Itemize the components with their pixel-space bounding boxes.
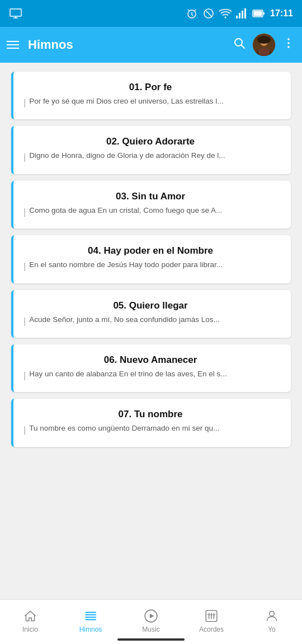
hymn-preview-3: | Como gota de agua En un cristal, Como … [23, 206, 277, 218]
search-button[interactable] [233, 36, 246, 53]
nav-item-acordes[interactable]: Acordes [181, 609, 242, 633]
hymn-text-1: Por fe yo sé que mi Dios creo el univers… [29, 96, 223, 107]
svg-rect-11 [254, 11, 262, 16]
hymn-title-5: 05. Quiero llegar [23, 300, 277, 311]
nav-label-inicio: Inicio [22, 626, 38, 633]
menu-line-1 [7, 41, 19, 42]
hymn-title-7: 07. Tu nombre [23, 409, 277, 420]
nav-label-yo: Yo [268, 626, 276, 633]
hymn-bar-5: | [23, 315, 26, 328]
svg-rect-8 [244, 8, 246, 18]
avatar[interactable] [253, 34, 275, 56]
svg-point-17 [258, 47, 270, 56]
avatar-svg [253, 34, 275, 56]
person-icon [265, 609, 279, 623]
svg-rect-7 [242, 11, 243, 18]
svg-point-34 [270, 611, 275, 616]
gesture-bar [117, 638, 185, 641]
hymn-text-7: Tu nombre es como ungüento Derramado en … [29, 423, 219, 434]
hymn-preview-6: | Hay un canto de alabanza En el trino d… [23, 369, 277, 382]
hymn-bar-1: | [23, 97, 26, 109]
nav-item-himnos[interactable]: Himnos [60, 609, 121, 633]
search-icon [233, 36, 246, 50]
svg-point-21 [287, 42, 290, 44]
bottom-nav: Inicio Himnos Music Acordes [0, 599, 302, 644]
battery-icon [252, 7, 266, 20]
hymn-card-4[interactable]: 04. Hay poder en el Nombre | En el santo… [11, 235, 291, 283]
svg-line-3 [205, 10, 212, 17]
status-bar-left [9, 7, 22, 20]
screen-icon [9, 7, 22, 20]
svg-rect-0 [10, 9, 21, 16]
hymn-text-3: Como gota de agua En un cristal, Como fu… [29, 206, 222, 216]
time-display: 17:11 [270, 8, 293, 18]
app-title: Himnos [28, 38, 233, 52]
hymn-bar-7: | [23, 424, 26, 436]
hymn-card-7[interactable]: 07. Tu nombre | Tu nombre es como ungüen… [11, 399, 291, 446]
hymn-title-6: 06. Nuevo Amanecer [23, 354, 277, 366]
svg-rect-19 [257, 36, 271, 44]
block-icon [202, 7, 215, 20]
music-icon [144, 609, 158, 623]
menu-button[interactable] [7, 41, 19, 49]
more-icon [282, 36, 295, 50]
hymn-preview-4: | En el santo nombre de Jesús Hay todo p… [23, 260, 277, 273]
hymn-card-5[interactable]: 05. Quiero llegar | Acude Señor, junto a… [11, 290, 291, 338]
svg-marker-28 [150, 613, 154, 618]
home-icon [23, 609, 37, 623]
wifi-icon [219, 7, 232, 20]
avatar-image [253, 34, 275, 56]
menu-line-3 [7, 48, 19, 49]
svg-rect-5 [236, 16, 238, 18]
status-bar-right: 17:11 [185, 7, 293, 20]
svg-rect-6 [239, 13, 240, 18]
signal-icon [235, 7, 249, 20]
hymn-text-5: Acude Señor, junto a mí, No sea confundi… [29, 315, 220, 325]
hymn-preview-1: | Por fe yo sé que mi Dios creo el unive… [23, 96, 277, 109]
nav-item-music[interactable]: Music [121, 609, 181, 633]
more-button[interactable] [282, 36, 295, 53]
svg-point-4 [225, 17, 226, 18]
hymn-card-6[interactable]: 06. Nuevo Amanecer | Hay un canto de ala… [11, 344, 291, 392]
hymn-text-4: En el santo nombre de Jesús Hay todo pod… [29, 260, 223, 270]
hymn-bar-6: | [23, 370, 26, 382]
app-bar: Himnos [0, 27, 302, 63]
hymn-preview-5: | Acude Señor, junto a mí, No sea confun… [23, 315, 277, 328]
nav-label-acordes: Acordes [199, 626, 224, 633]
svg-line-13 [242, 45, 245, 49]
menu-line-2 [7, 44, 19, 45]
hymn-preview-7: | Tu nombre es como ungüento Derramado e… [23, 423, 277, 436]
svg-point-20 [287, 38, 290, 40]
hymn-bar-3: | [23, 206, 26, 218]
hymn-title-3: 03. Sin tu Amor [23, 191, 277, 202]
acordes-icon [204, 609, 219, 623]
nav-item-yo[interactable]: Yo [242, 609, 302, 633]
hymn-card-3[interactable]: 03. Sin tu Amor | Como gota de agua En u… [11, 181, 291, 228]
hymn-title-2: 02. Quiero Adorarte [23, 136, 277, 147]
nav-label-himnos: Himnos [79, 626, 102, 633]
hymn-title-4: 04. Hay poder en el Nombre [23, 245, 277, 256]
hymn-bar-2: | [23, 151, 26, 164]
app-bar-actions [233, 34, 295, 56]
svg-point-22 [287, 46, 290, 48]
alarm-icon [185, 7, 199, 20]
hymn-list: 01. Por fe | Por fe yo sé que mi Dios cr… [0, 63, 302, 599]
hymn-text-2: Digno de Honra, digno de Gloria y de ado… [29, 151, 225, 161]
hymn-card-1[interactable]: 01. Por fe | Por fe yo sé que mi Dios cr… [11, 72, 291, 119]
nav-label-music: Music [142, 626, 159, 633]
hymn-title-1: 01. Por fe [23, 82, 277, 93]
hymn-card-2[interactable]: 02. Quiero Adorarte | Digno de Honra, di… [11, 126, 291, 174]
nav-item-inicio[interactable]: Inicio [0, 609, 60, 633]
hymn-preview-2: | Digno de Honra, digno de Gloria y de a… [23, 151, 277, 164]
hymn-text-6: Hay un canto de alabanza En el trino de … [29, 369, 226, 380]
svg-rect-10 [263, 12, 265, 15]
hymn-bar-4: | [23, 260, 26, 273]
status-bar: 17:11 [0, 0, 302, 27]
list-icon [83, 609, 98, 623]
